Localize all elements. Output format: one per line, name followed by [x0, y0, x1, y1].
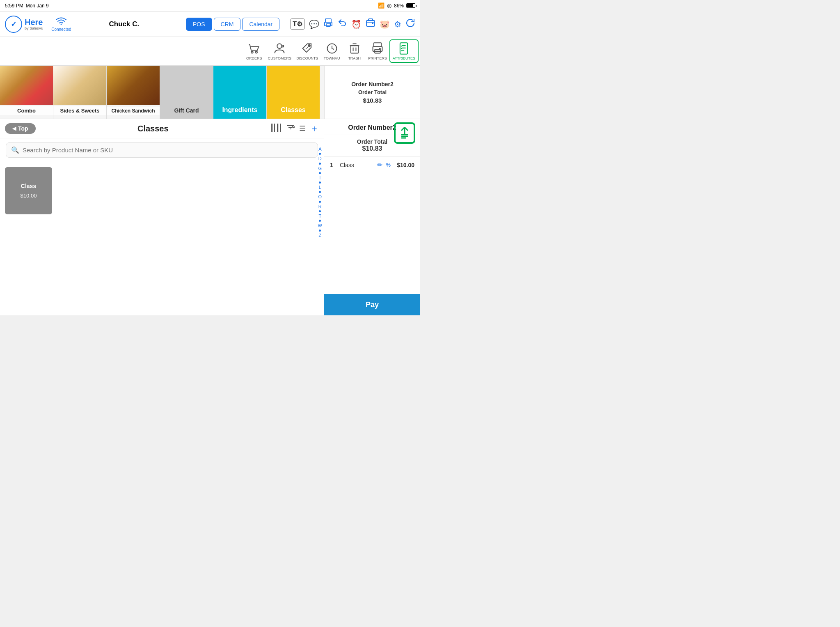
toolbar-orders[interactable]: ORDERS: [243, 40, 266, 62]
undo-icon[interactable]: [337, 18, 347, 30]
refresh-icon[interactable]: [405, 18, 415, 30]
speech-bubble-icon[interactable]: 💬: [309, 19, 319, 29]
trash-icon: [348, 42, 361, 55]
alpha-dot-8: [319, 220, 321, 222]
header: ✓ Here by SalesVu Connected Chuck C. POS…: [0, 11, 420, 37]
discounts-label: DISCOUNTS: [296, 56, 318, 60]
combo-image: [0, 66, 53, 105]
search-icon: 🔍: [11, 146, 19, 154]
product-class[interactable]: Class $10.00: [5, 167, 52, 214]
category-giftcard[interactable]: Gift Card: [160, 66, 213, 119]
time-display: 5:59 PM: [5, 3, 23, 9]
gear-icon[interactable]: ⚙: [394, 19, 401, 29]
alpha-A[interactable]: A: [318, 146, 321, 152]
product-class-name: Class: [21, 183, 36, 189]
townvu-icon: [325, 42, 339, 55]
category-chicken-label: Chicken Sandwich: [107, 107, 160, 115]
orders-label: ORDERS: [246, 56, 262, 60]
toolbar-customers[interactable]: + CUSTOMERS: [266, 40, 294, 62]
connection-status: Connected: [51, 17, 71, 32]
add-to-order-button[interactable]: [394, 122, 415, 144]
alarm-icon[interactable]: ⏰: [351, 19, 362, 29]
connected-label: Connected: [51, 27, 71, 32]
user-name: Chuck C.: [109, 20, 140, 28]
battery-percent: 86%: [394, 3, 404, 9]
barcode-icon[interactable]: [270, 124, 282, 134]
alphabet-index: A D G I L O R T W Z: [316, 144, 324, 241]
breadcrumb-title: Classes: [41, 124, 266, 133]
category-ingredients[interactable]: Ingredients: [213, 66, 267, 119]
orders-icon: [247, 42, 261, 55]
alpha-Z[interactable]: Z: [318, 232, 321, 238]
logo-area: ✓ Here by SalesVu: [5, 16, 43, 33]
piggybank-icon[interactable]: 🐷: [380, 19, 390, 29]
alpha-T[interactable]: T: [318, 213, 321, 219]
search-input[interactable]: [23, 147, 313, 154]
nav-tabs: POS CRM Calendar: [186, 18, 279, 31]
toolbar-attributes[interactable]: ATTRIBUTES: [389, 39, 419, 63]
toolbar-townvu[interactable]: TOWNVU: [320, 40, 343, 62]
alpha-dot-2: [319, 163, 321, 165]
alpha-G[interactable]: G: [318, 165, 322, 171]
logo-here: Here: [25, 18, 43, 26]
alpha-O[interactable]: O: [318, 194, 322, 200]
wifi-signal-icon: [55, 17, 67, 27]
order-total-amount-top: $10.83: [363, 97, 382, 104]
order-total-label-top: Order Total: [358, 89, 387, 95]
townvu-label: TOWNVU: [324, 56, 340, 60]
toolbar-printers[interactable]: PRINTERS: [366, 40, 389, 62]
svg-rect-22: [277, 124, 278, 132]
add-product-icon[interactable]: ＋: [310, 122, 319, 135]
tab-calendar[interactable]: Calendar: [242, 18, 279, 31]
back-to-top-button[interactable]: Top: [5, 123, 36, 134]
toolbar-trash[interactable]: TRASH: [343, 40, 366, 62]
battery-icon: [406, 3, 415, 8]
alpha-dot-7: [319, 210, 321, 212]
alpha-I[interactable]: I: [319, 175, 320, 181]
product-class-price: $10.00: [21, 193, 37, 199]
logo-check-icon: ✓: [11, 20, 17, 29]
alpha-L[interactable]: L: [319, 184, 321, 190]
menu-icon[interactable]: ☰: [299, 124, 306, 133]
breadcrumb-bar: Top Classes: [0, 119, 324, 138]
sides-image: [53, 66, 106, 105]
date-display: Mon Jan 9: [26, 3, 49, 9]
item-edit-icon[interactable]: ✏: [377, 161, 382, 169]
tab-crm[interactable]: CRM: [214, 18, 241, 31]
breadcrumb-actions: ☰ ＋: [270, 122, 319, 135]
svg-rect-12: [350, 46, 358, 53]
sort-icon[interactable]: [286, 123, 295, 134]
order-total-amount: $10.83: [331, 145, 414, 152]
category-classes[interactable]: Classes: [267, 66, 320, 119]
order-header: Order Number2: [324, 119, 420, 135]
pay-button[interactable]: Pay: [324, 294, 420, 315]
alpha-R[interactable]: R: [318, 204, 322, 209]
customers-label: CUSTOMERS: [268, 56, 291, 60]
printer-icon[interactable]: [323, 18, 333, 30]
toolbar-right: ORDERS + CUSTOMERS DISCOUNTS: [241, 37, 420, 65]
tab-pos[interactable]: POS: [186, 18, 212, 31]
chicken-image: [107, 66, 160, 105]
alpha-W[interactable]: W: [318, 223, 322, 228]
svg-point-6: [256, 51, 258, 53]
t-settings-icon[interactable]: T⚙: [290, 18, 305, 30]
category-classes-label: Classes: [267, 105, 320, 115]
attributes-label: ATTRIBUTES: [393, 56, 415, 60]
plus-arrow-icon: [398, 126, 411, 140]
alpha-D[interactable]: D: [318, 156, 322, 161]
svg-point-16: [379, 48, 380, 50]
category-chicken[interactable]: Chicken Sandwich: [107, 66, 160, 119]
category-list: Combo Sides & Sweets Chicken Sandwich Gi…: [0, 66, 324, 119]
attributes-icon: [397, 42, 410, 55]
category-ingredients-label: Ingredients: [213, 105, 266, 115]
svg-point-3: [330, 23, 331, 24]
order-item-row: 1 Class ✏ % $10.00: [324, 157, 420, 173]
category-sides[interactable]: Sides & Sweets: [53, 66, 107, 119]
item-percent-icon[interactable]: %: [386, 162, 391, 168]
svg-rect-4: [366, 21, 375, 26]
alpha-dot-1: [319, 153, 321, 155]
toolbar-discounts[interactable]: DISCOUNTS: [294, 40, 320, 62]
left-panel: Top Classes: [0, 119, 324, 315]
wallet-icon[interactable]: [366, 18, 375, 30]
category-combo[interactable]: Combo: [0, 66, 53, 119]
